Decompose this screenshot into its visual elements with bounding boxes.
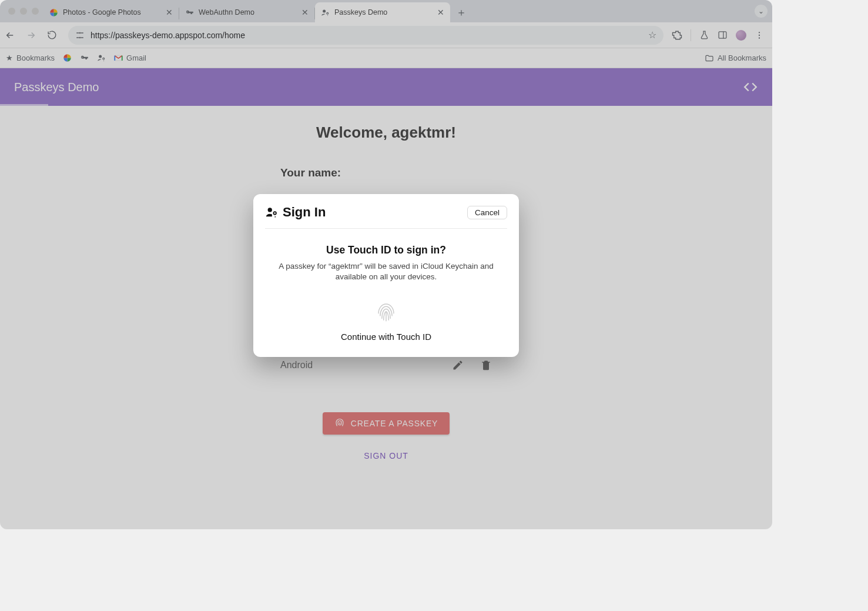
person-key-icon — [321, 8, 330, 17]
bookmark-key[interactable] — [80, 54, 89, 62]
close-icon[interactable]: ✕ — [437, 8, 444, 17]
signin-dialog: Sign In Cancel Use Touch ID to sign in? … — [253, 194, 519, 357]
your-name-label: Your name: — [280, 166, 492, 179]
bookmarks-bar: ★ Bookmarks Gmail All Bookmarks — [0, 48, 772, 68]
bookmarks-folder[interactable]: ★ Bookmarks — [6, 54, 55, 62]
photos-icon — [49, 8, 58, 17]
close-icon[interactable]: ✕ — [166, 8, 173, 17]
tabs-overflow-chevron-icon[interactable]: ⌄ — [755, 5, 768, 18]
welcome-heading: Welcome, agektmr! — [316, 123, 456, 142]
svg-rect-4 — [81, 32, 83, 33]
extensions-icon[interactable] — [672, 30, 682, 41]
create-passkey-label: CREATE A PASSKEY — [351, 419, 438, 428]
window-min-dot[interactable] — [20, 8, 27, 15]
svg-point-19 — [273, 212, 276, 214]
address-url: https://passkeys-demo.appspot.com/home — [91, 31, 245, 40]
svg-point-12 — [759, 34, 760, 35]
tab-title: Passkeys Demo — [334, 8, 387, 16]
close-icon[interactable]: ✕ — [301, 8, 309, 17]
gmail-label: Gmail — [126, 54, 146, 62]
continue-touch-id[interactable]: Continue with Touch ID — [265, 332, 507, 342]
svg-point-18 — [268, 208, 272, 212]
tab-strip: Photos - Google Photos ✕ WebAuthn Demo ✕… — [0, 0, 772, 22]
key-icon — [185, 8, 194, 17]
window-max-dot[interactable] — [32, 8, 39, 15]
passkey-row: Android — [280, 359, 492, 371]
svg-rect-7 — [81, 37, 83, 38]
app-title: Passkeys Demo — [14, 81, 99, 94]
svg-rect-9 — [719, 32, 726, 38]
new-tab-button[interactable]: ＋ — [450, 5, 472, 19]
cancel-label: Cancel — [475, 208, 500, 217]
all-bookmarks-label: All Bookmarks — [718, 54, 766, 62]
bookmark-gmail[interactable]: Gmail — [114, 54, 146, 62]
person-key-icon — [265, 206, 278, 219]
bookmark-star-icon[interactable]: ☆ — [648, 29, 656, 41]
svg-point-14 — [82, 57, 83, 58]
sign-out-label: SIGN OUT — [364, 451, 408, 460]
bookmark-passkey[interactable] — [97, 54, 106, 62]
edit-icon[interactable] — [452, 359, 464, 371]
svg-point-1 — [323, 9, 326, 12]
kebab-menu-icon[interactable] — [755, 31, 764, 40]
all-bookmarks[interactable]: All Bookmarks — [705, 54, 766, 63]
address-bar[interactable]: https://passkeys-demo.appspot.com/home ☆ — [68, 26, 663, 45]
svg-point-15 — [99, 55, 102, 58]
forward-button[interactable] — [26, 30, 42, 41]
dialog-headline: Use Touch ID to sign in? — [265, 244, 507, 256]
folder-icon — [705, 54, 714, 63]
sidepanel-icon[interactable] — [718, 30, 728, 40]
tab-passkeys[interactable]: Passkeys Demo ✕ — [315, 2, 450, 22]
svg-point-13 — [759, 37, 760, 38]
dialog-title: Sign In — [283, 205, 326, 220]
svg-point-5 — [79, 32, 81, 34]
code-icon[interactable] — [743, 79, 758, 95]
svg-rect-6 — [76, 37, 79, 38]
tab-photos[interactable]: Photos - Google Photos ✕ — [43, 2, 179, 22]
site-settings-icon[interactable] — [75, 31, 85, 40]
svg-point-11 — [759, 32, 760, 33]
create-passkey-button[interactable]: CREATE A PASSKEY — [323, 412, 450, 435]
passkey-label: Android — [280, 360, 313, 370]
separator — [691, 29, 691, 41]
fingerprint-icon — [334, 418, 345, 429]
toolbar-right — [668, 29, 768, 41]
app-header: Passkeys Demo — [0, 68, 772, 106]
reload-button[interactable] — [47, 30, 63, 40]
dialog-description: A passkey for “agektmr” will be saved in… — [265, 261, 507, 282]
svg-point-8 — [79, 36, 81, 38]
window-close-dot[interactable] — [8, 8, 15, 15]
bookmarks-label: Bookmarks — [16, 54, 55, 62]
tab-webauthn[interactable]: WebAuthn Demo ✕ — [179, 2, 314, 22]
star-icon: ★ — [6, 54, 13, 62]
svg-point-0 — [187, 11, 188, 12]
cancel-button[interactable]: Cancel — [467, 206, 507, 219]
tab-underline — [0, 104, 48, 106]
dialog-body: Use Touch ID to sign in? A passkey for “… — [265, 229, 507, 342]
svg-point-2 — [327, 12, 329, 14]
tab-title: Photos - Google Photos — [63, 8, 141, 16]
window-controls[interactable] — [6, 8, 43, 15]
labs-icon[interactable] — [699, 30, 709, 40]
touch-id-icon[interactable] — [373, 296, 400, 323]
delete-icon[interactable] — [480, 359, 492, 371]
back-button[interactable] — [5, 30, 21, 41]
bookmark-photos[interactable] — [63, 54, 72, 62]
svg-rect-3 — [76, 32, 79, 33]
dialog-header: Sign In Cancel — [265, 205, 507, 229]
profile-avatar[interactable] — [736, 30, 746, 41]
sign-out-button[interactable]: SIGN OUT — [364, 451, 408, 460]
browser-toolbar: https://passkeys-demo.appspot.com/home ☆ — [0, 22, 772, 48]
browser-window: Photos - Google Photos ✕ WebAuthn Demo ✕… — [0, 0, 772, 529]
svg-point-16 — [103, 58, 105, 59]
tab-title: WebAuthn Demo — [199, 8, 254, 16]
